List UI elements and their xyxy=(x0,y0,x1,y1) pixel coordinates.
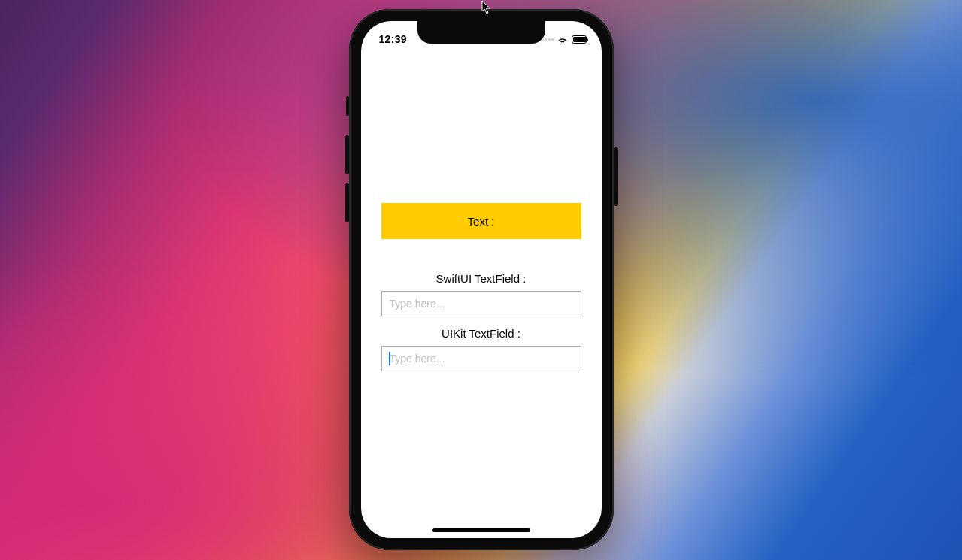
swiftui-field-label: SwiftUI TextField : xyxy=(436,272,527,285)
swiftui-textfield[interactable] xyxy=(381,291,581,316)
phone-screen: 12:39 Text : SwiftUI TextField : xyxy=(361,21,602,538)
uikit-field-label: UIKit TextField : xyxy=(442,327,520,340)
battery-icon xyxy=(572,35,587,44)
iphone-device-frame: 12:39 Text : SwiftUI TextField : xyxy=(349,9,614,550)
cellular-signal-icon xyxy=(542,38,554,41)
silence-switch[interactable] xyxy=(346,96,349,116)
text-output-banner: Text : xyxy=(381,203,581,239)
phone-chassis: 12:39 Text : SwiftUI TextField : xyxy=(349,9,614,550)
app-content: Text : SwiftUI TextField : UIKit TextFie… xyxy=(361,21,602,538)
text-output-label: Text : xyxy=(468,215,495,228)
volume-down-button[interactable] xyxy=(345,183,349,222)
form-block: SwiftUI TextField : UIKit TextField : xyxy=(381,272,581,382)
notch xyxy=(417,21,545,44)
home-indicator[interactable] xyxy=(432,528,530,532)
volume-up-button[interactable] xyxy=(345,135,349,174)
status-icons xyxy=(542,32,587,44)
wifi-icon xyxy=(557,35,568,44)
text-caret xyxy=(389,352,390,365)
uikit-textfield[interactable] xyxy=(381,346,581,371)
uikit-textfield-wrap xyxy=(381,346,581,371)
power-button[interactable] xyxy=(614,147,618,206)
